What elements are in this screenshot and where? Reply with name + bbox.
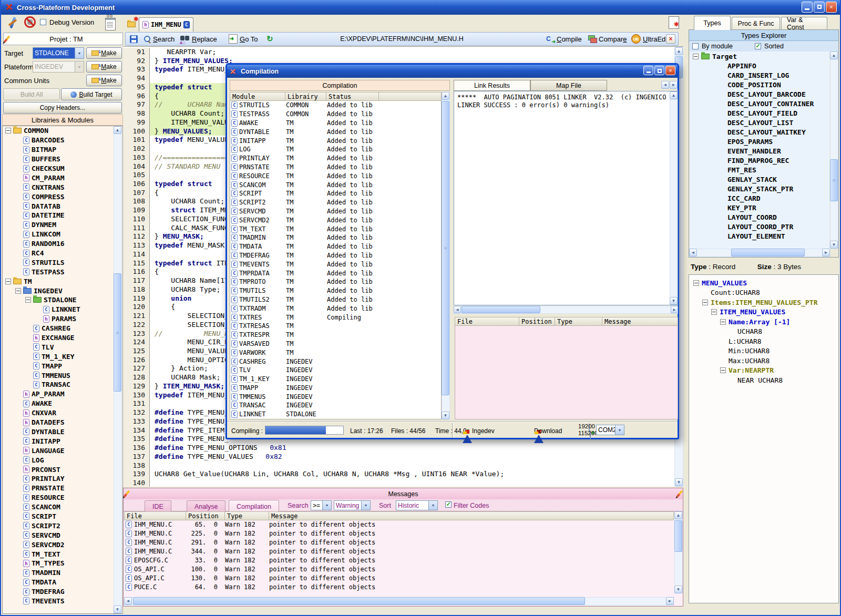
module-row-strutils[interactable]: CSTRUTILSCOMMONAdded to lib xyxy=(230,101,441,110)
tree-item-datadefs[interactable]: hDATADEFS xyxy=(3,418,122,427)
type-item-desc_layout_list[interactable]: DESC_LAYOUT_LIST xyxy=(690,118,829,127)
module-row-tmdefrag[interactable]: CTMDEFRAGTMAdded to lib xyxy=(230,251,441,260)
module-row-scancom[interactable]: CSCANCOMTMAdded to lib xyxy=(230,180,441,189)
scrollbar-thumb[interactable] xyxy=(731,249,805,256)
copy-headers-button[interactable]: Copy Headers... xyxy=(3,102,122,114)
scroll-down-icon[interactable]: ▼ xyxy=(442,412,449,419)
module-row-prnstate[interactable]: CPRNSTATETMAdded to lib xyxy=(230,163,441,172)
tab-var-const[interactable]: Var & Const xyxy=(781,17,827,30)
module-row-servcmd[interactable]: CSERVCMDTMAdded to lib xyxy=(230,207,441,216)
message-row[interactable]: CIHM_MENU.C65. 0Warn 182pointer to diffe… xyxy=(124,520,674,529)
tab-types[interactable]: Types xyxy=(694,16,731,30)
tree-item-transac[interactable]: CTRANSAC xyxy=(3,380,122,389)
tree-item-checksum[interactable]: CCHECKSUM xyxy=(3,164,122,173)
dialog-close-button[interactable]: × xyxy=(665,66,675,75)
record-node-min-uchar8[interactable]: Min:UCHAR8 xyxy=(689,346,838,356)
module-row-tmprdata[interactable]: CTMPRDATATMAdded to lib xyxy=(230,269,441,278)
maximize-button[interactable] xyxy=(814,2,825,13)
type-item-card_insert_log[interactable]: CARD_INSERT_LOG xyxy=(690,70,829,80)
scroll-up-icon[interactable]: ▲ xyxy=(830,52,838,59)
column-header-type[interactable]: Type xyxy=(555,317,602,326)
tree-item-tm_text[interactable]: CTM_TEXT xyxy=(3,549,122,559)
tab-link-results[interactable]: Link Results xyxy=(454,80,530,91)
module-row-script[interactable]: CSCRIPTTMAdded to lib xyxy=(230,189,441,198)
refresh-button[interactable]: ↻ xyxy=(266,34,273,44)
module-row-awake[interactable]: CAWAKETMAdded to lib xyxy=(230,119,441,128)
type-item-layout_coord[interactable]: LAYOUT_COORD xyxy=(690,212,829,222)
module-row-tmmenus[interactable]: CTMMENUSINGEDEV xyxy=(230,392,441,401)
tree-item-script[interactable]: CSCRIPT xyxy=(3,512,122,521)
make-plateform-button[interactable]: Make xyxy=(86,61,122,73)
tree-item-dynmem[interactable]: CDYNMEM xyxy=(3,220,122,230)
record-node-count-uchar8[interactable]: Count:UCHAR8 xyxy=(689,288,838,298)
module-row-log[interactable]: CLOGTMAdded to lib xyxy=(230,145,441,154)
tree-item-tlv[interactable]: CTLV xyxy=(3,342,122,352)
scrollbar-thumb[interactable]: ≡ xyxy=(114,273,121,392)
search-button[interactable]: Search xyxy=(143,34,175,44)
compile-button[interactable]: CCompile xyxy=(546,34,582,44)
no-debug-icon[interactable] xyxy=(24,16,36,28)
type-item-desc_layout_waitkey[interactable]: DESC_LAYOUT_WAITKEY xyxy=(690,127,829,137)
tree-item-cnxvar[interactable]: hCNXVAR xyxy=(3,408,122,418)
record-node-l-uchar8[interactable]: L:UCHAR8 xyxy=(689,336,838,346)
type-item-desc_layout_field[interactable]: DESC_LAYOUT_FIELD xyxy=(690,108,829,118)
tab-scroll-right-icon[interactable]: ► xyxy=(670,81,678,89)
type-item-epos_params[interactable]: EPOS_PARAMS xyxy=(690,137,829,146)
tree-item-cashreg[interactable]: CCASHREG xyxy=(3,324,122,333)
tree-item-buffers[interactable]: CBUFFERS xyxy=(3,155,122,164)
tree-item-printlay[interactable]: CPRINTLAY xyxy=(3,474,122,484)
scroll-down-icon[interactable]: ▼ xyxy=(830,241,838,249)
tree-item-ingedev[interactable]: INGEDEV xyxy=(3,286,122,295)
code-line-139[interactable]: 139UCHAR8 Get_Value(UCHAR8 Lin, UCHAR8 C… xyxy=(123,470,674,479)
type-item-genlay_stack[interactable]: GENLAY_STACK xyxy=(690,174,829,184)
debug-version-checkbox[interactable] xyxy=(40,19,46,25)
module-row-tmutils[interactable]: CTMUTILSTMAdded to lib xyxy=(230,286,441,295)
record-node-near-uchar8[interactable]: NEAR UCHAR8 xyxy=(689,375,838,385)
close-file-button[interactable]: × xyxy=(666,34,675,44)
tree-item-ap_param[interactable]: hAP_PARAM xyxy=(3,389,122,399)
module-row-varsaved[interactable]: CVARSAVEDTM xyxy=(230,340,441,348)
tools-icon[interactable] xyxy=(6,16,19,29)
type-item-icc_card[interactable]: ICC_CARD xyxy=(690,193,829,203)
type-item-layout_element[interactable]: LAYOUT_ELEMENT xyxy=(690,231,829,241)
tree-item-tm_types[interactable]: hTM_TYPES xyxy=(3,559,122,568)
save-button[interactable] xyxy=(130,34,138,44)
notes-icon[interactable] xyxy=(105,18,116,30)
tree-item-script2[interactable]: CSCRIPT2 xyxy=(3,521,122,530)
column-header-type[interactable]: Type xyxy=(225,511,269,520)
tab-analyse[interactable]: Analyse xyxy=(187,500,225,512)
module-row-tmadmin[interactable]: CTMADMINTMAdded to lib xyxy=(230,233,441,242)
scrollbar-thumb[interactable]: ≡ xyxy=(442,101,449,395)
expander-icon[interactable] xyxy=(15,288,21,294)
scroll-up-icon[interactable]: ▲ xyxy=(442,92,449,100)
code-line-137[interactable]: 137#define TYPE_MENU_VALUES 0x82 xyxy=(123,453,674,461)
tree-item-cnxtrans[interactable]: CCNXTRANS xyxy=(3,182,122,192)
dialog-title-bar[interactable]: ✕ Compilation × xyxy=(227,65,678,78)
tree-item-datetime[interactable]: CDATETIME xyxy=(3,211,122,220)
tree-item-tmdefrag[interactable]: CTMDEFRAG xyxy=(3,587,122,597)
record-node-max-uchar8[interactable]: Max:UCHAR8 xyxy=(689,356,838,366)
type-item-desc_layout_barcode[interactable]: DESC_LAYOUT_BARCODE xyxy=(690,89,829,99)
tree-item-log[interactable]: CLOG xyxy=(3,455,122,465)
tree-item-tmapp[interactable]: CTMAPP xyxy=(3,361,122,371)
column-header-message[interactable]: Message xyxy=(602,317,678,326)
scroll-up-icon[interactable]: ▲ xyxy=(674,511,682,519)
scrollbar-thumb[interactable]: ≡ xyxy=(830,159,838,201)
module-row-linknet[interactable]: CLINKNETSTDALONE xyxy=(230,410,441,419)
tree-item-scancom[interactable]: CSCANCOM xyxy=(3,502,122,512)
type-item-key_ptr[interactable]: KEY_PTR xyxy=(690,203,829,212)
expander-icon[interactable] xyxy=(702,300,708,305)
module-row-tm_text[interactable]: CTM_TEXTTMAdded to lib xyxy=(230,224,441,233)
new-folder-icon[interactable]: ✱ xyxy=(127,20,136,29)
scroll-down-icon[interactable]: ▼ xyxy=(114,605,121,613)
type-item-fmt_res[interactable]: FMT_RES xyxy=(690,165,829,174)
types-hscrollbar[interactable]: ◄ ► xyxy=(689,249,830,257)
scrollbar-thumb[interactable] xyxy=(133,597,585,605)
expander-icon[interactable] xyxy=(720,319,726,325)
column-header-position[interactable]: Position xyxy=(519,317,555,326)
column-header-file[interactable]: File xyxy=(455,317,519,326)
record-node-menu-values[interactable]: MENU_VALUES xyxy=(689,278,838,288)
module-row-servcmd2[interactable]: CSERVCMD2TMAdded to lib xyxy=(230,215,441,224)
filter-codes-checkbox[interactable]: ✓ xyxy=(445,501,452,508)
tree-item-linkcom[interactable]: CLINKCOM xyxy=(3,230,122,239)
